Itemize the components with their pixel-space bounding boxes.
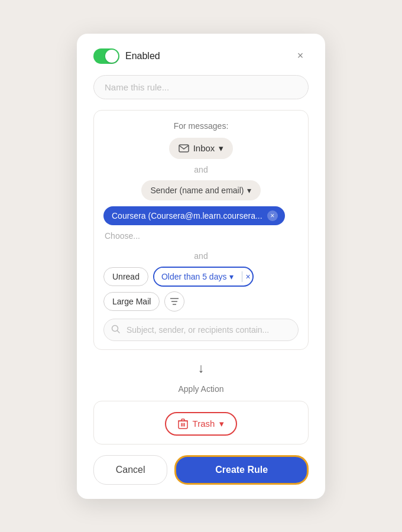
older-than-label: Older than 5 days <box>161 272 227 281</box>
unread-button[interactable]: Unread <box>103 267 148 286</box>
enabled-label: Enabled <box>125 51 160 61</box>
older-than-chevron-icon: ▾ <box>229 272 234 281</box>
search-row <box>103 319 299 341</box>
footer-buttons: Cancel Create Rule <box>93 455 309 485</box>
arrow-down-icon: ↓ <box>198 361 205 376</box>
sender-tag: Coursera (Coursera@m.learn.coursera... × <box>103 206 285 225</box>
toggle-knob <box>105 50 118 63</box>
filter-icon-button[interactable] <box>164 291 184 312</box>
older-than-group: Older than 5 days ▾ × <box>153 267 254 287</box>
older-than-button[interactable]: Older than 5 days ▾ <box>154 268 241 286</box>
inbox-dropdown[interactable]: Inbox ▾ <box>169 138 234 159</box>
and-divider-1: and <box>103 165 299 174</box>
choose-placeholder: Choose... <box>103 229 141 243</box>
search-input[interactable] <box>103 319 299 341</box>
arrow-down: ↓ <box>93 361 309 376</box>
trash-label: Trash <box>193 419 215 429</box>
svg-line-5 <box>118 330 120 333</box>
sender-tag-label: Coursera (Coursera@m.learn.coursera... <box>112 211 262 220</box>
inbox-label: Inbox <box>193 143 215 153</box>
svg-rect-0 <box>179 145 189 152</box>
condition-row: Unread Older than 5 days ▾ × <box>103 267 299 287</box>
sender-row: Sender (name and email) ▾ <box>103 180 299 200</box>
sender-dropdown[interactable]: Sender (name and email) ▾ <box>141 180 261 200</box>
sender-tags: Coursera (Coursera@m.learn.coursera... ×… <box>103 206 299 243</box>
close-button[interactable]: × <box>292 48 309 64</box>
trash-icon <box>178 419 188 429</box>
create-rule-button[interactable]: Create Rule <box>174 455 309 485</box>
for-messages-label: For messages: <box>103 121 299 131</box>
large-mail-row: Large Mail <box>103 291 299 312</box>
enabled-toggle[interactable] <box>93 48 119 64</box>
messages-section: For messages: Inbox ▾ and Sender (name a… <box>93 110 309 350</box>
search-icon <box>111 325 120 335</box>
trash-chevron-icon: ▾ <box>219 419 224 429</box>
rule-dialog: Enabled × For messages: Inbox ▾ and Send… <box>77 34 325 499</box>
filter-icon <box>170 297 179 306</box>
divider <box>242 271 242 282</box>
trash-button[interactable]: Trash ▾ <box>165 412 238 436</box>
inbox-chevron-icon: ▾ <box>219 143 223 154</box>
apply-action-label: Apply Action <box>93 384 309 394</box>
rule-name-input[interactable] <box>93 75 309 99</box>
action-card: Trash ▾ <box>93 401 309 445</box>
large-mail-button[interactable]: Large Mail <box>103 292 160 311</box>
cancel-button[interactable]: Cancel <box>93 455 167 485</box>
header-left: Enabled <box>93 48 160 64</box>
sender-tag-remove[interactable]: × <box>267 210 278 221</box>
and-divider-2: and <box>103 251 299 261</box>
inbox-row: Inbox ▾ <box>103 138 299 159</box>
envelope-icon <box>179 144 189 153</box>
sender-label: Sender (name and email) <box>151 186 244 195</box>
dialog-header: Enabled × <box>93 48 309 64</box>
older-than-remove[interactable]: × <box>244 272 252 281</box>
sender-chevron-icon: ▾ <box>247 186 251 195</box>
